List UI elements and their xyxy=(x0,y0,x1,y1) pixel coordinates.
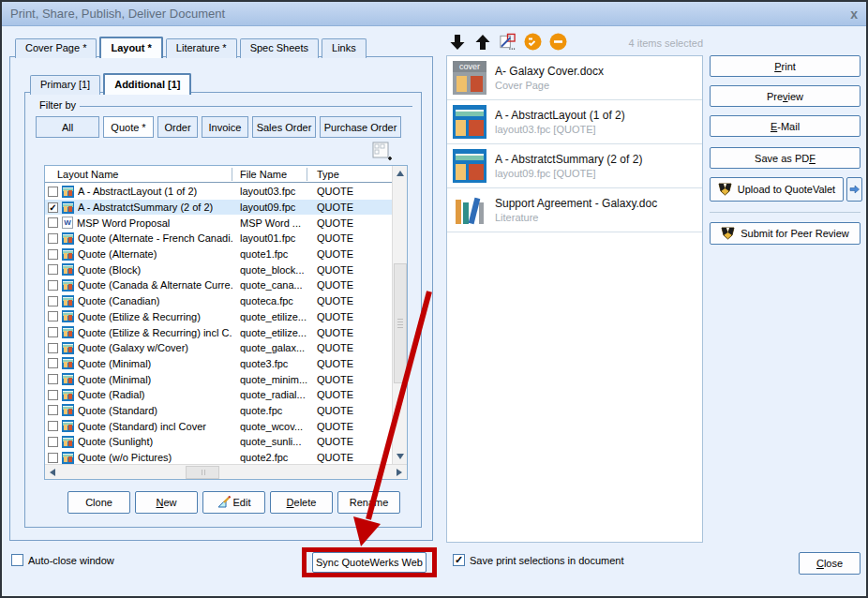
table-row[interactable]: Quote (w/o Pictures)quote2.fpcQUOTE xyxy=(45,450,392,464)
subtab-primary-1[interactable]: Primary [1] xyxy=(30,75,100,95)
row-checkbox[interactable] xyxy=(48,202,58,213)
tab-links[interactable]: Links xyxy=(322,38,367,58)
check-all-icon[interactable] xyxy=(524,33,542,51)
row-checkbox[interactable] xyxy=(48,217,58,228)
horizontal-scrollbar[interactable] xyxy=(45,464,407,479)
scroll-left-button[interactable] xyxy=(45,465,60,480)
subtab-additional-1[interactable]: Additional [1] xyxy=(103,73,191,95)
table-row[interactable]: Quote (Etilize & Recurring) incl C...quo… xyxy=(45,324,392,340)
tab-spec-sheets[interactable]: Spec Sheets xyxy=(240,38,319,58)
edit-document-icon[interactable] xyxy=(499,33,516,51)
row-checkbox[interactable] xyxy=(48,311,58,321)
item-title: A- Galaxy Cover.docx xyxy=(495,65,604,78)
customize-grid-icon[interactable] xyxy=(371,142,394,163)
email-button[interactable]: E-Mail xyxy=(710,115,861,137)
file-name: quote_radial... xyxy=(232,389,307,400)
list-item[interactable]: A - AbstractLayout (1 of 2)layout03.fpc … xyxy=(447,100,702,144)
table-row[interactable]: Quote (Galaxy w/Cover)quote_galax...QUOT… xyxy=(45,340,392,356)
tab-layout[interactable]: Layout * xyxy=(99,37,162,58)
column-type[interactable]: Type xyxy=(307,169,392,180)
upload-options-button[interactable] xyxy=(846,177,862,202)
table-row[interactable]: Quote (Alternate - French Canadi...layou… xyxy=(45,231,392,247)
vertical-scrollbar[interactable] xyxy=(392,166,407,464)
layout-name: Quote (Minimal) xyxy=(78,358,151,369)
row-checkbox[interactable] xyxy=(48,249,58,260)
item-title: A - AbstratctSummary (2 of 2) xyxy=(495,153,642,166)
table-row[interactable]: A - AbstratctSummary (2 of 2)layout09.fp… xyxy=(45,200,392,216)
auto-close-checkbox[interactable] xyxy=(11,554,23,566)
file-name: quote_galax... xyxy=(232,342,307,353)
vertical-scroll-thumb[interactable] xyxy=(394,263,407,383)
row-checkbox[interactable] xyxy=(48,374,58,384)
table-row[interactable]: A - AbstractLayout (1 of 2)layout03.fpcQ… xyxy=(45,184,392,200)
uncheck-all-icon[interactable] xyxy=(549,33,567,51)
row-checkbox[interactable] xyxy=(48,358,58,368)
table-row[interactable]: Quote (Standard) incl Coverquote_wcov...… xyxy=(45,418,392,434)
table-row[interactable]: Quote (Sunlight)quote_sunli...QUOTE xyxy=(45,434,392,450)
table-row[interactable]: Quote (Minimal)quote_minim...QUOTE xyxy=(45,371,392,387)
move-up-icon[interactable] xyxy=(473,33,491,51)
table-row[interactable]: Quote (Canadian)quoteca.fpcQUOTE xyxy=(45,293,392,309)
list-item[interactable]: A - AbstratctSummary (2 of 2)layout09.fp… xyxy=(447,144,702,188)
edit-button[interactable]: Edit xyxy=(202,491,265,514)
save-selections-checkbox[interactable] xyxy=(453,554,465,566)
tab-cover-page[interactable]: Cover Page * xyxy=(15,38,97,58)
row-checkbox[interactable] xyxy=(48,264,58,275)
item-subtitle: Literature xyxy=(495,212,657,223)
row-checkbox[interactable] xyxy=(48,421,58,431)
table-row[interactable]: Quote (Etilize & Recurring)quote_etilize… xyxy=(45,309,392,325)
close-icon[interactable]: x xyxy=(850,7,858,21)
preview-button[interactable]: Preview xyxy=(710,85,861,107)
table-row[interactable]: Quote (Alternate)quote1.fpcQUOTE xyxy=(45,247,392,262)
row-checkbox[interactable] xyxy=(48,233,58,244)
tab-literature[interactable]: Literature * xyxy=(166,38,237,58)
submit-for-peer-review-button[interactable]: Submit for Peer Review xyxy=(710,222,861,245)
rename-button[interactable]: Rename xyxy=(337,491,400,514)
row-checkbox[interactable] xyxy=(48,343,58,353)
list-item[interactable]: Support Agreement - Galaxy.docLiterature xyxy=(447,188,702,232)
row-checkbox[interactable] xyxy=(48,390,58,400)
scroll-down-button[interactable] xyxy=(393,449,408,464)
filter-invoice[interactable]: Invoice xyxy=(202,116,248,138)
row-checkbox[interactable] xyxy=(48,405,58,415)
delete-button[interactable]: Delete xyxy=(270,491,333,514)
table-row[interactable]: Quote (Radial)quote_radial...QUOTE xyxy=(45,387,392,403)
filter-order[interactable]: Order xyxy=(157,116,198,138)
table-row[interactable]: WMSP Word ProposalMSP Word ...QUOTE xyxy=(45,215,392,231)
column-layout-name[interactable]: Layout Name xyxy=(45,168,232,181)
layout-icon xyxy=(62,248,74,261)
scroll-right-button[interactable] xyxy=(392,465,407,480)
close-button[interactable]: Close xyxy=(799,552,861,575)
filter-all[interactable]: All xyxy=(36,116,99,138)
print-button[interactable]: Print xyxy=(710,55,861,77)
row-checkbox[interactable] xyxy=(48,453,58,463)
row-checkbox[interactable] xyxy=(48,280,58,291)
scroll-up-button[interactable] xyxy=(393,166,408,181)
move-down-icon[interactable] xyxy=(448,33,466,51)
filter-quote[interactable]: Quote * xyxy=(103,116,154,138)
file-name: quote3.fpc xyxy=(232,358,307,369)
row-checkbox[interactable] xyxy=(48,296,58,306)
horizontal-scroll-thumb[interactable] xyxy=(186,466,219,479)
table-row[interactable]: Quote (Standard)quote.fpcQUOTE xyxy=(45,403,392,419)
list-item[interactable]: coverA- Galaxy Cover.docxCover Page xyxy=(447,56,702,100)
layout-icon xyxy=(453,105,486,139)
column-file-name[interactable]: File Name xyxy=(232,168,307,181)
table-row[interactable]: Quote (Canada & Alternate Curre...quote_… xyxy=(45,277,392,293)
row-checkbox[interactable] xyxy=(48,187,58,197)
upload-to-quotevalet-button[interactable]: Upload to QuoteValet xyxy=(710,177,844,202)
row-checkbox[interactable] xyxy=(48,327,58,337)
new-button[interactable]: New xyxy=(135,491,198,514)
filter-purchase-order[interactable]: Purchase Order xyxy=(320,116,401,138)
layout-icon xyxy=(62,326,74,338)
layout-type: QUOTE xyxy=(307,295,392,306)
filter-sales-order[interactable]: Sales Order xyxy=(252,116,316,138)
file-name: layout01.fpc xyxy=(232,232,307,244)
sync-quotewerks-web-button[interactable]: Sync QuoteWerks Web xyxy=(312,552,427,573)
file-name: quote_etilize... xyxy=(232,311,307,322)
table-row[interactable]: Quote (Minimal)quote3.fpcQUOTE xyxy=(45,356,392,372)
table-row[interactable]: Quote (Block)quote_block...QUOTE xyxy=(45,262,392,277)
clone-button[interactable]: Clone xyxy=(67,491,130,514)
row-checkbox[interactable] xyxy=(48,437,58,447)
save-as-pdf-button[interactable]: Save as PDF xyxy=(710,147,861,169)
